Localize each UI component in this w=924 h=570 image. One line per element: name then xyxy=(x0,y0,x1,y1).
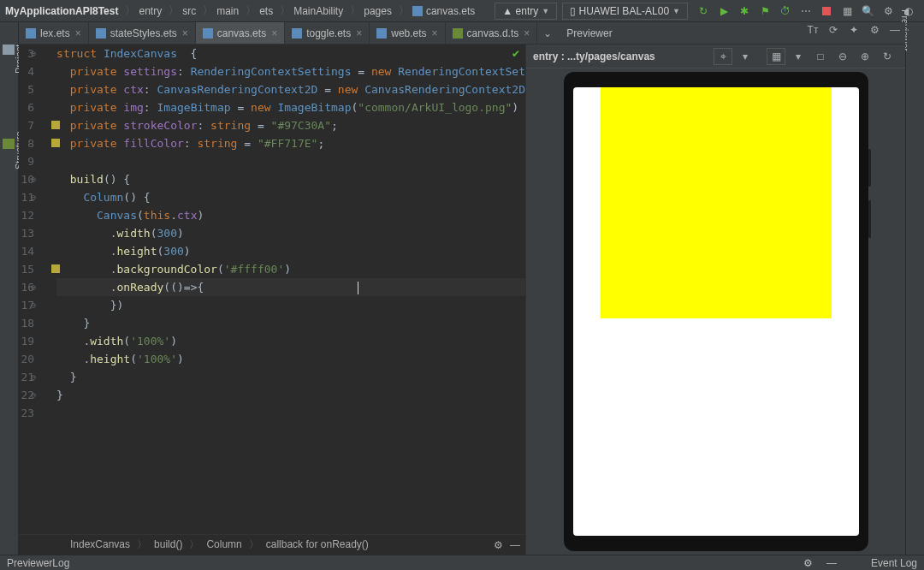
code-line[interactable] xyxy=(56,404,525,422)
file-tab-label: stateStyles.ets xyxy=(110,27,177,39)
preview-refresh-icon[interactable]: ⟳ xyxy=(826,22,841,38)
rotate-icon[interactable]: ↻ xyxy=(878,48,897,65)
file-tab[interactable]: lex.ets× xyxy=(19,22,89,44)
fold-icon[interactable]: ⊖ xyxy=(31,278,36,296)
code-line[interactable]: private img: ImageBitmap = new ImageBitm… xyxy=(56,98,525,116)
fold-icon[interactable]: ⊖ xyxy=(31,296,36,314)
breadcrumb-item[interactable]: pages xyxy=(364,5,392,17)
close-icon[interactable]: × xyxy=(271,27,277,39)
status-right[interactable]: Event Log xyxy=(871,557,917,569)
project-tool-icon[interactable] xyxy=(3,45,15,55)
crumbs-min-icon[interactable]: — xyxy=(510,539,520,551)
breadcrumbs-bottom[interactable]: IndexCanvas〉build()〉Column〉callback for … xyxy=(19,534,525,555)
bottom-crumb-item[interactable]: IndexCanvas xyxy=(70,538,130,550)
multi-device-icon[interactable]: ▦ xyxy=(767,48,785,65)
fold-icon[interactable]: ⊖ xyxy=(31,368,36,386)
phone-screen[interactable] xyxy=(573,87,859,536)
code-line[interactable]: private fillColor: string = "#FF717E"; xyxy=(56,134,525,152)
close-icon[interactable]: × xyxy=(524,27,530,39)
code-line[interactable]: private ctx: CanvasRenderingContext2D = … xyxy=(56,80,525,98)
previewer-tab-label[interactable]: Previewer xyxy=(558,22,620,44)
tabs-overflow[interactable]: ⌄ xyxy=(537,22,558,44)
close-icon[interactable]: × xyxy=(356,27,362,39)
file-tabs-row: lex.ets×stateStyles.ets×canvas.ets×toggl… xyxy=(19,22,905,45)
file-tab-label: lex.ets xyxy=(40,27,70,39)
breadcrumb-item[interactable]: src xyxy=(182,5,196,17)
file-tab[interactable]: canvas.ets× xyxy=(196,22,285,44)
fold-icon[interactable]: ⊖ xyxy=(31,386,36,404)
run-config-dropdown[interactable]: ▲ entry▼ xyxy=(495,3,557,20)
settings-icon[interactable]: ⚙ xyxy=(880,3,896,19)
status-left[interactable]: PreviewerLog xyxy=(7,557,69,569)
bottom-crumb-item[interactable]: build() xyxy=(154,538,182,550)
code-line[interactable]: .width('100%') xyxy=(56,332,525,350)
structure-tool-icon[interactable] xyxy=(3,139,15,149)
code-line[interactable]: ⊖ .onReady(()=>{ xyxy=(56,278,525,296)
code-line[interactable]: private strokeColor: string = "#97C30A"; xyxy=(56,116,525,134)
stop-icon[interactable] xyxy=(819,3,834,19)
file-tab[interactable]: stateStyles.ets× xyxy=(89,22,196,44)
code-line[interactable]: .height('100%') xyxy=(56,350,525,368)
code-line[interactable]: .height(300) xyxy=(56,242,525,260)
code-line[interactable]: .backgroundColor('#ffff00') xyxy=(56,260,525,278)
attach-icon[interactable]: ⋯ xyxy=(798,3,814,19)
debug-icon[interactable]: ✱ xyxy=(737,3,752,19)
canvas-render xyxy=(601,87,832,318)
breadcrumb-item[interactable]: entry xyxy=(139,5,162,17)
inspect-icon[interactable]: ⌖ xyxy=(714,48,732,65)
code-line[interactable]: ⊖ build() { xyxy=(56,170,525,188)
preview-text-icon[interactable]: Tт xyxy=(805,22,820,38)
breadcrumb-item[interactable]: MainAbility xyxy=(293,5,343,17)
file-tab-label: canvas.ets xyxy=(217,27,266,39)
run-icon[interactable]: ▶ xyxy=(716,3,732,19)
multi-device-dd-icon[interactable]: ▾ xyxy=(789,48,808,65)
code-line[interactable]: Canvas(this.ctx) xyxy=(56,206,525,224)
crumbs-gear-icon[interactable]: ⚙ xyxy=(494,539,503,551)
code-area[interactable]: ⊖struct IndexCanvas { private settings: … xyxy=(43,45,525,534)
code-line[interactable]: } xyxy=(56,314,525,332)
code-line[interactable]: ⊖} xyxy=(56,386,525,404)
device-dropdown[interactable]: ▯ HUAWEI BAL-AL00▼ xyxy=(562,3,688,20)
code-line[interactable]: ⊖ } xyxy=(56,368,525,386)
bottom-crumb-item[interactable]: callback for onReady() xyxy=(266,538,369,550)
fold-icon[interactable]: ⊖ xyxy=(31,188,36,206)
breadcrumb-item[interactable]: main xyxy=(216,5,239,17)
code-line[interactable]: private settings: RenderingContextSettin… xyxy=(56,62,525,80)
phone-frame xyxy=(564,72,868,551)
preview-settings-icon[interactable]: ⚙ xyxy=(867,22,882,38)
zoom-in-icon[interactable]: ⊕ xyxy=(856,48,874,65)
file-tab[interactable]: toggle.ets× xyxy=(285,22,370,44)
search-icon[interactable]: 🔍 xyxy=(860,3,875,19)
preview-pin-icon[interactable]: ✦ xyxy=(846,22,862,38)
phone-side-button xyxy=(868,200,871,238)
preview-path: entry : ...ty/pages/canvas xyxy=(533,50,655,62)
close-icon[interactable]: × xyxy=(432,27,438,39)
status-min-icon[interactable]: — xyxy=(826,557,837,569)
code-line[interactable]: ⊖ Column() { xyxy=(56,188,525,206)
preview-body xyxy=(526,68,905,555)
code-line[interactable]: ⊖ }) xyxy=(56,296,525,314)
layout-icon[interactable]: ▦ xyxy=(839,3,855,19)
status-gear-icon[interactable]: ⚙ xyxy=(803,557,813,569)
fold-icon[interactable]: ⊖ xyxy=(31,45,36,62)
code-line[interactable]: .width(300) xyxy=(56,224,525,242)
breadcrumb-item[interactable]: ets xyxy=(259,5,273,17)
refresh-icon[interactable]: ↻ xyxy=(696,3,711,19)
close-icon[interactable]: × xyxy=(182,27,188,39)
fold-icon[interactable]: ⊖ xyxy=(31,170,36,188)
breadcrumb-item[interactable]: canvas.ets xyxy=(426,5,475,17)
code-line[interactable] xyxy=(56,152,525,170)
coverage-icon[interactable]: ⚑ xyxy=(757,3,773,19)
inspect-more-icon[interactable]: ▾ xyxy=(736,48,755,65)
close-icon[interactable]: × xyxy=(75,27,81,39)
profiler-icon[interactable]: ⏱ xyxy=(778,3,793,19)
file-tab[interactable]: canvas.d.ts× xyxy=(446,22,538,44)
code-line[interactable]: ⊖struct IndexCanvas { xyxy=(56,45,525,62)
preview-minimize-icon[interactable]: — xyxy=(887,22,903,38)
file-tab-label: toggle.ets xyxy=(306,27,351,39)
project-name[interactable]: MyApplicationAPI8Test xyxy=(5,5,118,17)
bottom-crumb-item[interactable]: Column xyxy=(206,538,241,550)
file-tab[interactable]: web.ets× xyxy=(370,22,445,44)
fullscreen-icon[interactable]: □ xyxy=(811,48,830,65)
zoom-out-icon[interactable]: ⊖ xyxy=(833,48,852,65)
